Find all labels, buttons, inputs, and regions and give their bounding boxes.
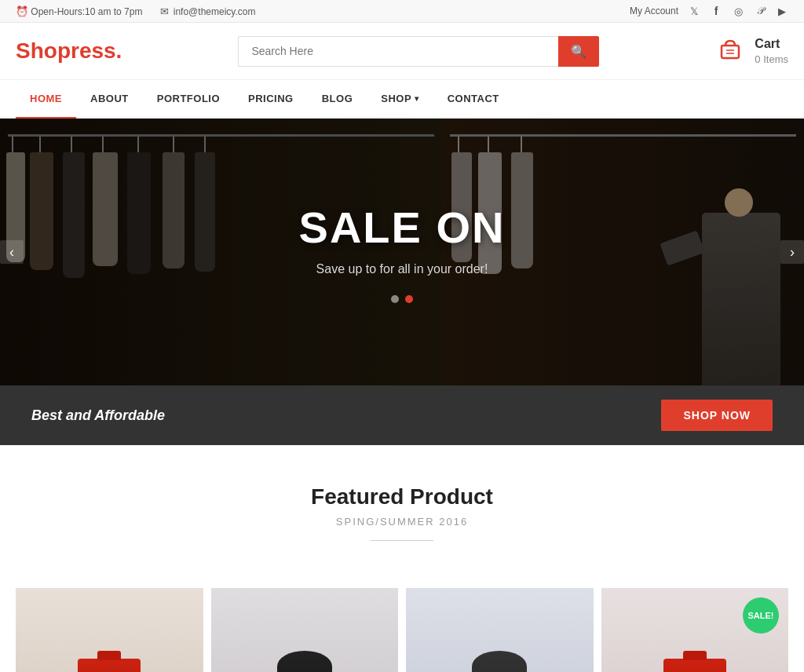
shop-now-button[interactable]: Shop Now <box>661 400 773 431</box>
clock-icon: ⏰ <box>16 5 28 17</box>
top-bar-right: My Account 𝕏 f ◎ 𝒫 ▶ <box>630 5 788 17</box>
instagram-icon[interactable]: ◎ <box>732 5 744 17</box>
nav-item-pricing[interactable]: PRICING <box>234 80 308 117</box>
product-image-2 <box>211 588 399 672</box>
search-bar: 🔍 <box>238 36 599 67</box>
main-nav: HOME ABOUT PORTFOLIO PRICING BLOG SHOP ▾… <box>0 80 804 119</box>
hero-subtitle: Save up to for all in your order! <box>299 262 506 276</box>
hero-content: SALE ON Save up to for all in your order… <box>299 202 506 303</box>
search-icon: 🔍 <box>571 45 587 58</box>
cart-area[interactable]: Cart 0 Items <box>715 35 788 68</box>
sale-badge: SALE! <box>743 597 779 634</box>
cart-text: Cart 0 Items <box>755 36 788 65</box>
product-grid: SALE! <box>0 588 804 672</box>
slider-next-arrow[interactable]: › <box>780 240 804 264</box>
featured-title: Featured Product <box>16 484 788 509</box>
nav-item-portfolio[interactable]: PORTFOLIO <box>143 80 234 117</box>
featured-divider <box>371 540 433 541</box>
product-image-3 <box>406 588 594 672</box>
email-info: ✉ info@themeicy.com <box>158 5 255 17</box>
slider-dot-1[interactable] <box>391 295 399 303</box>
open-hours: ⏰ Open-Hours:10 am to 7pm <box>16 5 142 17</box>
nav-item-home[interactable]: HOME <box>16 80 76 119</box>
nav-item-contact[interactable]: CONTACT <box>433 80 513 117</box>
product-image-1 <box>16 588 203 672</box>
featured-subtitle: SPING/SUMMER 2016 <box>16 516 788 528</box>
svg-rect-0 <box>722 46 739 58</box>
search-button[interactable]: 🔍 <box>558 36 599 67</box>
top-bar-left: ⏰ Open-Hours:10 am to 7pm ✉ info@themeic… <box>16 5 255 17</box>
nav-item-shop[interactable]: SHOP ▾ <box>367 80 433 117</box>
mail-icon: ✉ <box>158 5 170 17</box>
product-card[interactable] <box>16 588 203 672</box>
nav-item-about[interactable]: ABOUT <box>76 80 143 117</box>
product-card[interactable]: SALE! <box>601 588 789 672</box>
cart-icon-wrap <box>715 35 745 68</box>
shop-dropdown-icon: ▾ <box>415 94 419 103</box>
pinterest-icon[interactable]: 𝒫 <box>754 5 766 17</box>
product-card[interactable] <box>406 588 594 672</box>
slider-prev-arrow[interactable]: ‹ <box>0 240 24 264</box>
my-account-link[interactable]: My Account <box>630 5 678 16</box>
header: Shopress. 🔍 Cart 0 Items <box>0 23 804 80</box>
cart-icon <box>715 35 745 64</box>
youtube-icon[interactable]: ▶ <box>776 5 788 17</box>
twitter-icon[interactable]: 𝕏 <box>688 5 700 17</box>
featured-section: Featured Product SPING/SUMMER 2016 <box>0 445 804 588</box>
hero-slider: ‹ SALE ON Save up to for all in your ord… <box>0 119 804 385</box>
banner-text: Best and Affordable <box>31 407 165 424</box>
banner-strip: Best and Affordable Shop Now <box>0 385 804 445</box>
slider-dots <box>299 295 506 303</box>
product-card[interactable] <box>211 588 399 672</box>
top-bar: ⏰ Open-Hours:10 am to 7pm ✉ info@themeic… <box>0 0 804 23</box>
facebook-icon[interactable]: f <box>710 5 722 17</box>
hero-title: SALE ON <box>299 202 506 253</box>
logo[interactable]: Shopress. <box>16 38 122 64</box>
slider-dot-2[interactable] <box>405 295 413 303</box>
nav-item-blog[interactable]: BLOG <box>308 80 367 117</box>
search-input[interactable] <box>238 36 558 67</box>
